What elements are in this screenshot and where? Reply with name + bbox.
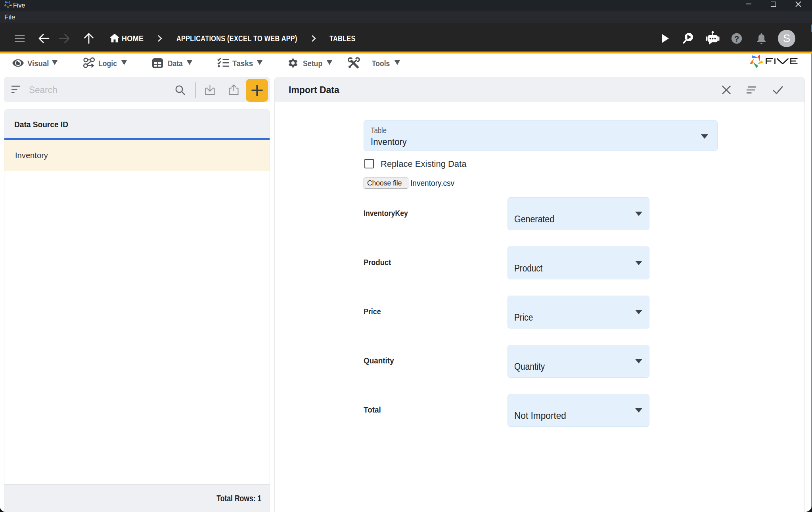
svg-text:?: ? [734, 34, 739, 43]
